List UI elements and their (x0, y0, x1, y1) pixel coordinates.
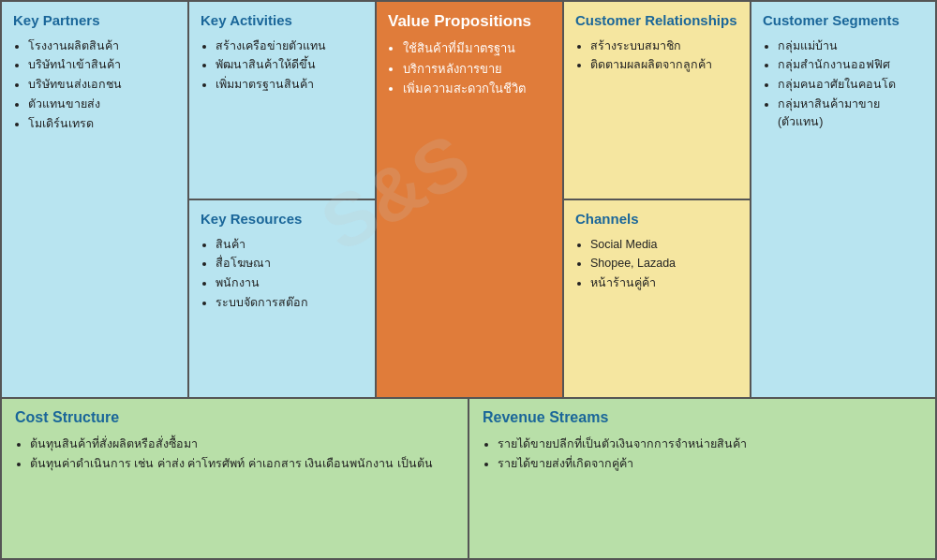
key-activities-title: Key Activities (201, 11, 364, 30)
key-resources-section: Key Resources สินค้า สื่อโฆษณา พนักงาน ร… (189, 200, 375, 397)
value-propositions-title: Value Propositions (388, 11, 551, 32)
list-item: สื่อโฆษณา (216, 255, 364, 273)
value-propositions-list: ใช้สินค้าที่มีมาตรฐาน บริการหลังการขาย เ… (388, 39, 551, 98)
list-item: เพิ่มความสะดวกในชีวิต (403, 80, 551, 98)
list-item: เพิ่มมาตรฐานสินค้า (216, 76, 364, 94)
cost-structure-section: Cost Structure ต้นทุนสินค้าที่สั่งผลิตหร… (2, 399, 469, 558)
customer-relationships-section: Customer Relationships สร้างระบบสมาชิก ต… (564, 2, 750, 200)
key-resources-title: Key Resources (201, 210, 364, 228)
list-item: กลุ่มคนอาศัยในคอนโด (778, 76, 924, 94)
list-item: บริษัทขนส่งเอกชน (28, 76, 176, 94)
list-item: บริษัทนำเข้าสินค้า (28, 56, 176, 74)
customer-right-column: Customer Relationships สร้างระบบสมาชิก ต… (564, 2, 751, 397)
customer-segments-title: Customer Segments (763, 11, 924, 30)
list-item: บริการหลังการขาย (403, 60, 551, 79)
list-item: รายได้ขายปลีกที่เป็นตัวเงินจากการจำหน่าย… (498, 435, 922, 453)
list-item: Social Media (590, 236, 738, 254)
canvas: Key Partners โรงงานผลิตสินค้า บริษัทนำเข… (0, 0, 937, 560)
value-propositions-section: Value Propositions ใช้สินค้าที่มีมาตรฐาน… (377, 2, 564, 397)
list-item: สร้างระบบสมาชิก (590, 37, 738, 55)
list-item: ต้นทุนค่าดำเนินการ เช่น ค่าส่ง ค่าโทรศัพ… (30, 455, 454, 473)
bottom-section: Cost Structure ต้นทุนสินค้าที่สั่งผลิตหร… (2, 399, 935, 558)
customer-relationships-list: สร้างระบบสมาชิก ติดตามผลผลิตจากลูกค้า (575, 37, 738, 75)
middle-column: Key Activities สร้างเครือข่ายตัวแทน พัฒน… (189, 2, 377, 397)
top-section: Key Partners โรงงานผลิตสินค้า บริษัทนำเข… (2, 2, 935, 399)
channels-section: Channels Social Media Shopee, Lazada หน้… (564, 200, 750, 397)
list-item: โมเดิร์นเทรด (28, 115, 176, 133)
customer-segments-list: กลุ่มแม่บ้าน กลุ่มสำนักงานออฟฟิศ กลุ่มคน… (763, 37, 924, 131)
revenue-streams-section: Revenue Streams รายได้ขายปลีกที่เป็นตัวเ… (469, 399, 935, 558)
list-item: โรงงานผลิตสินค้า (28, 37, 176, 55)
cost-structure-title: Cost Structure (15, 408, 454, 428)
revenue-streams-title: Revenue Streams (483, 408, 922, 428)
list-item: ต้นทุนสินค้าที่สั่งผลิตหรือสั่งซื้อมา (30, 435, 454, 453)
key-activities-section: Key Activities สร้างเครือข่ายตัวแทน พัฒน… (189, 2, 375, 200)
list-item: ระบบจัดการสต๊อก (216, 294, 364, 312)
list-item: สินค้า (216, 236, 364, 254)
cost-structure-list: ต้นทุนสินค้าที่สั่งผลิตหรือสั่งซื้อมา ต้… (15, 435, 454, 473)
list-item: กลุ่มแม่บ้าน (778, 37, 924, 55)
revenue-streams-list: รายได้ขายปลีกที่เป็นตัวเงินจากการจำหน่าย… (483, 435, 922, 473)
list-item: ติดตามผลผลิตจากลูกค้า (590, 56, 738, 74)
list-item: ตัวแทนขายส่ง (28, 96, 176, 113)
list-item: Shopee, Lazada (590, 255, 738, 273)
list-item: สร้างเครือข่ายตัวแทน (216, 37, 364, 55)
customer-segments-section: Customer Segments กลุ่มแม่บ้าน กลุ่มสำนั… (751, 2, 935, 397)
list-item: พนักงาน (216, 274, 364, 292)
channels-list: Social Media Shopee, Lazada หน้าร้านคู่ค… (575, 236, 738, 292)
key-activities-list: สร้างเครือข่ายตัวแทน พัฒนาสินค้าให้ดีขึ้… (201, 37, 364, 94)
key-partners-title: Key Partners (13, 11, 176, 30)
key-resources-list: สินค้า สื่อโฆษณา พนักงาน ระบบจัดการสต๊อก (201, 236, 364, 312)
list-item: ใช้สินค้าที่มีมาตรฐาน (403, 39, 551, 58)
list-item: กลุ่มสำนักงานออฟฟิศ (778, 56, 924, 74)
list-item: พัฒนาสินค้าให้ดีขึ้น (216, 56, 364, 74)
customer-relationships-title: Customer Relationships (575, 11, 738, 30)
key-partners-section: Key Partners โรงงานผลิตสินค้า บริษัทนำเข… (2, 2, 189, 397)
channels-title: Channels (575, 210, 738, 228)
key-partners-list: โรงงานผลิตสินค้า บริษัทนำเข้าสินค้า บริษ… (13, 37, 176, 133)
list-item: กลุ่มหาสินค้ามาขาย (ตัวแทน) (778, 96, 924, 131)
list-item: หน้าร้านคู่ค้า (590, 274, 738, 292)
list-item: รายได้ขายส่งที่เกิดจากคู่ค้า (498, 455, 922, 473)
